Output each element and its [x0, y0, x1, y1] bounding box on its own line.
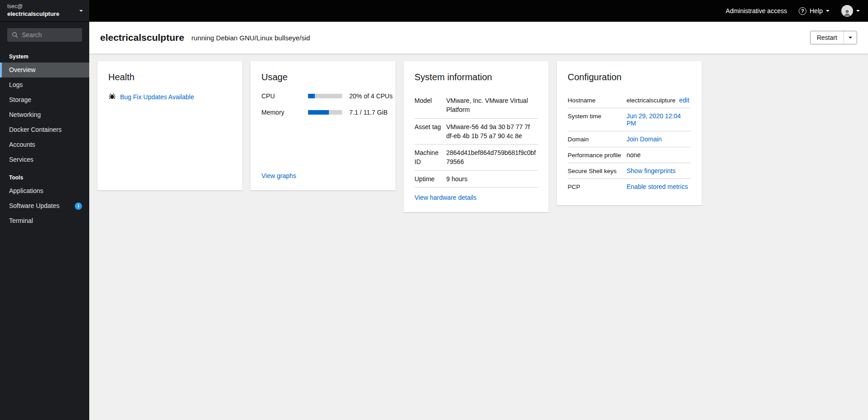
bug-fix-updates-link[interactable]: Bug Fix Updates Available	[120, 93, 194, 101]
asset-tag-value: VMware-56 4d 9a 30 b7 77 7f df-eb 4b 1b …	[446, 122, 538, 141]
sidebar-item-label: Logs	[9, 81, 23, 89]
system-information-card: System information Model VMware, Inc. VM…	[404, 61, 549, 212]
search-input[interactable]	[7, 28, 82, 42]
bug-icon	[108, 92, 116, 101]
chevron-down-icon	[849, 37, 852, 39]
usage-row-memory: Memory 7.1 / 11.7 GiB	[261, 109, 385, 116]
sidebar-item-label: Storage	[9, 96, 31, 104]
table-row: Model VMware, Inc. VMware Virtual Platfo…	[415, 92, 538, 119]
sidebar-item-applications[interactable]: Applications	[0, 183, 89, 198]
join-domain-link[interactable]: Join Domain	[627, 135, 662, 143]
sidebar: tsec@ electricalsculpture System Overvie…	[0, 0, 89, 420]
restart-dropdown-toggle[interactable]	[844, 31, 857, 44]
host-switcher[interactable]: tsec@ electricalsculpture	[0, 0, 89, 22]
chevron-down-icon	[856, 10, 860, 12]
performance-profile-value: none	[627, 151, 641, 159]
app-root: tsec@ electricalsculpture System Overvie…	[0, 0, 868, 420]
help-label: Help	[810, 7, 823, 14]
usage-label-cpu: CPU	[261, 92, 308, 100]
masthead: Administrative access ? Help	[89, 0, 868, 22]
table-row: Domain Join Domain	[568, 131, 691, 147]
memory-progress-bar	[308, 110, 342, 115]
uptime-label: Uptime	[415, 174, 446, 183]
nav-section-tools: Tools	[0, 170, 89, 183]
model-label: Model	[415, 96, 446, 115]
sidebar-item-label: Overview	[9, 66, 35, 74]
view-hardware-details-link[interactable]: View hardware details	[415, 194, 477, 201]
system-time-label: System time	[568, 113, 627, 120]
asset-tag-label: Asset tag	[415, 122, 446, 141]
sidebar-item-software-updates[interactable]: Software Updates i	[0, 198, 89, 213]
sidebar-item-logs[interactable]: Logs	[0, 77, 89, 92]
administrative-access-button[interactable]: Administrative access	[726, 7, 787, 14]
sidebar-item-accounts[interactable]: Accounts	[0, 137, 89, 152]
sidebar-item-services[interactable]: Services	[0, 152, 89, 167]
system-information-footer: View hardware details	[415, 194, 538, 201]
restart-button[interactable]: Restart	[810, 31, 844, 44]
hostname-edit-link[interactable]: edit	[679, 97, 690, 104]
help-menu[interactable]: ? Help	[799, 7, 829, 15]
health-card: Health Bug Fix Updates Available	[97, 61, 242, 190]
chevron-down-icon	[79, 10, 83, 12]
host-switcher-user: tsec@	[7, 3, 59, 10]
uptime-value: 9 hours	[446, 174, 468, 183]
chevron-down-icon	[826, 10, 829, 12]
sidebar-item-networking[interactable]: Networking	[0, 107, 89, 122]
table-row: Uptime 9 hours	[415, 171, 538, 188]
domain-label: Domain	[568, 136, 627, 143]
sidebar-item-label: Services	[9, 156, 34, 164]
table-row: System time Jun 29, 2020 12:04 PM	[568, 108, 691, 131]
info-icon: i	[75, 203, 82, 210]
overview-cards: Health Bug Fix Updates Available Usage C…	[89, 53, 868, 220]
health-item: Bug Fix Updates Available	[108, 92, 231, 101]
system-information-rows: Model VMware, Inc. VMware Virtual Platfo…	[415, 92, 538, 188]
help-icon: ?	[799, 7, 806, 15]
performance-profile-label: Performance profile	[568, 152, 627, 159]
os-release-text: running Debian GNU/Linux bullseye/sid	[192, 34, 310, 42]
hostname-value: electricalsculpture	[627, 97, 675, 104]
host-switcher-text: tsec@ electricalsculpture	[7, 3, 59, 18]
table-row: Asset tag VMware-56 4d 9a 30 b7 77 7f df…	[415, 119, 538, 145]
usage-label-memory: Memory	[261, 109, 308, 116]
card-title: System information	[415, 72, 538, 82]
usage-card-footer: View graphs	[261, 172, 385, 179]
sidebar-item-storage[interactable]: Storage	[0, 92, 89, 107]
usage-card: Usage CPU 20% of 4 CPUs Memory 7.1 / 11.…	[251, 61, 395, 190]
sidebar-item-terminal[interactable]: Terminal	[0, 213, 89, 228]
table-row: Performance profile none	[568, 147, 691, 163]
user-menu[interactable]	[841, 5, 860, 17]
restart-button-group: Restart	[810, 31, 857, 44]
view-graphs-link[interactable]: View graphs	[261, 172, 296, 179]
enable-stored-metrics-link[interactable]: Enable stored metrics	[627, 183, 688, 190]
sidebar-item-label: Software Updates	[9, 202, 59, 210]
secure-shell-keys-label: Secure Shell keys	[568, 168, 627, 174]
nav-section-system: System	[0, 49, 89, 63]
sidebar-nav: System Overview Logs Storage Networking …	[0, 46, 89, 228]
sidebar-item-label: Networking	[9, 111, 41, 119]
table-row: Secure Shell keys Show fingerprints	[568, 163, 691, 179]
usage-row-cpu: CPU 20% of 4 CPUs	[261, 92, 385, 100]
page-header: electricalsculpture running Debian GNU/L…	[89, 22, 868, 53]
sidebar-item-label: Terminal	[9, 217, 33, 225]
machine-id-label: Machine ID	[415, 148, 446, 167]
sidebar-item-overview[interactable]: Overview	[0, 63, 89, 77]
sidebar-item-docker-containers[interactable]: Docker Containers	[0, 122, 89, 137]
cpu-progress-fill	[308, 94, 315, 98]
sidebar-search	[7, 28, 82, 42]
cpu-usage-value: 20% of 4 CPUs	[349, 92, 393, 100]
hostname-label: Hostname	[568, 97, 627, 104]
cpu-progress-bar	[308, 94, 342, 98]
main-column: Administrative access ? Help electricals…	[89, 0, 868, 420]
memory-usage-value: 7.1 / 11.7 GiB	[349, 109, 388, 116]
avatar	[841, 5, 853, 17]
table-row: PCP Enable stored metrics	[568, 179, 691, 194]
page-title-hostname: electricalsculpture	[100, 32, 184, 43]
system-time-link[interactable]: Jun 29, 2020 12:04 PM	[627, 112, 691, 127]
sidebar-item-label: Accounts	[9, 141, 35, 149]
host-switcher-host: electricalsculpture	[7, 10, 59, 18]
card-title: Usage	[261, 72, 385, 82]
configuration-card: Configuration Hostname electricalsculptu…	[557, 61, 702, 205]
pcp-label: PCP	[568, 183, 627, 190]
machine-id-value: 2864d41bef864d759b681f9c0bf79566	[446, 148, 538, 167]
show-fingerprints-link[interactable]: Show fingerprints	[627, 167, 675, 174]
